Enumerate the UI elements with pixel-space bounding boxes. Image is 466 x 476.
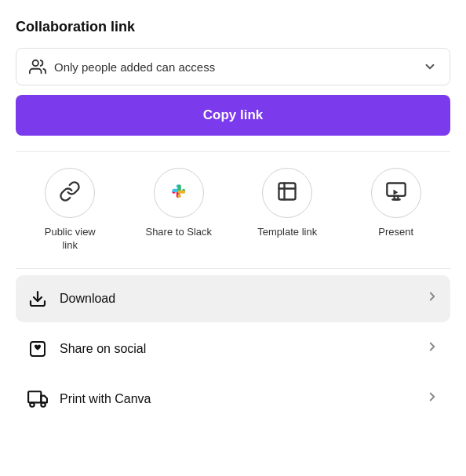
svg-rect-1: [279, 183, 296, 200]
print-with-canva-label: Print with Canva: [60, 392, 151, 406]
heart-icon: [27, 338, 49, 360]
share-option-present[interactable]: Present: [357, 168, 435, 253]
svg-marker-7: [393, 190, 398, 195]
svg-marker-11: [41, 395, 47, 402]
share-option-share-to-slack[interactable]: Share to Slack: [140, 168, 218, 253]
share-on-social-action[interactable]: Share on social: [16, 325, 450, 372]
public-view-link-icon-circle: [45, 168, 95, 218]
svg-point-0: [33, 60, 38, 66]
download-icon: [27, 288, 49, 310]
access-selector[interactable]: Only people added can access: [16, 48, 450, 85]
svg-rect-4: [387, 183, 405, 196]
template-link-label: Template link: [257, 226, 317, 239]
template-link-icon-circle: [262, 168, 312, 218]
access-label: Only people added can access: [54, 60, 215, 74]
slack-icon: [166, 179, 191, 207]
share-to-slack-label: Share to Slack: [145, 226, 212, 239]
print-canva-chevron-right-icon: [425, 390, 439, 408]
share-option-public-view-link[interactable]: Public viewlink: [31, 168, 109, 253]
share-options-row: Public viewlink Sh: [16, 168, 450, 253]
slack-icon-circle: [154, 168, 204, 218]
people-icon: [29, 58, 46, 75]
truck-icon: [27, 388, 49, 410]
section-title: Collaboration link: [16, 19, 450, 35]
present-icon-circle: [371, 168, 421, 218]
present-icon: [385, 180, 407, 205]
divider-1: [16, 151, 450, 152]
present-label: Present: [378, 226, 413, 239]
download-action[interactable]: Download: [16, 275, 450, 322]
action-list: Download Share on social: [16, 275, 450, 423]
chevron-down-icon: [423, 60, 437, 74]
share-option-template-link[interactable]: Template link: [248, 168, 326, 253]
download-chevron-right-icon: [425, 289, 439, 307]
template-icon: [276, 180, 298, 205]
share-social-chevron-right-icon: [425, 340, 439, 358]
copy-link-button[interactable]: Copy link: [16, 95, 450, 136]
public-view-link-label: Public viewlink: [45, 226, 96, 253]
divider-2: [16, 268, 450, 269]
download-label: Download: [60, 292, 115, 306]
svg-rect-10: [28, 391, 41, 402]
svg-point-12: [30, 402, 34, 406]
print-with-canva-action[interactable]: Print with Canva: [16, 376, 450, 423]
link-icon: [59, 180, 81, 205]
svg-point-13: [41, 402, 45, 406]
share-on-social-label: Share on social: [60, 342, 146, 356]
